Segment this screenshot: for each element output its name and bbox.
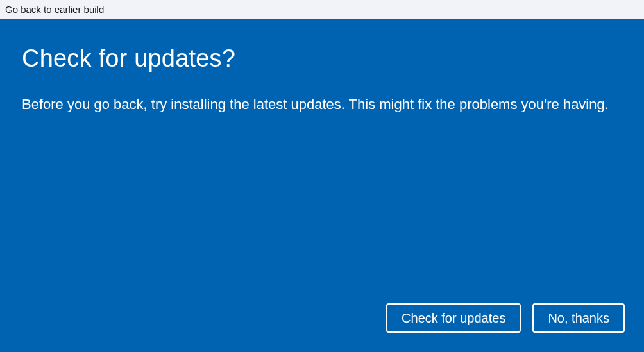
check-for-updates-button[interactable]: Check for updates [386, 303, 521, 333]
page-body-text: Before you go back, try installing the l… [22, 94, 612, 115]
main-content: Check for updates? Before you go back, t… [0, 19, 644, 352]
no-thanks-button[interactable]: No, thanks [532, 303, 625, 333]
button-row: Check for updates No, thanks [386, 303, 625, 333]
title-bar: Go back to earlier build [0, 0, 644, 19]
window-title: Go back to earlier build [5, 4, 104, 15]
page-heading: Check for updates? [22, 45, 622, 72]
